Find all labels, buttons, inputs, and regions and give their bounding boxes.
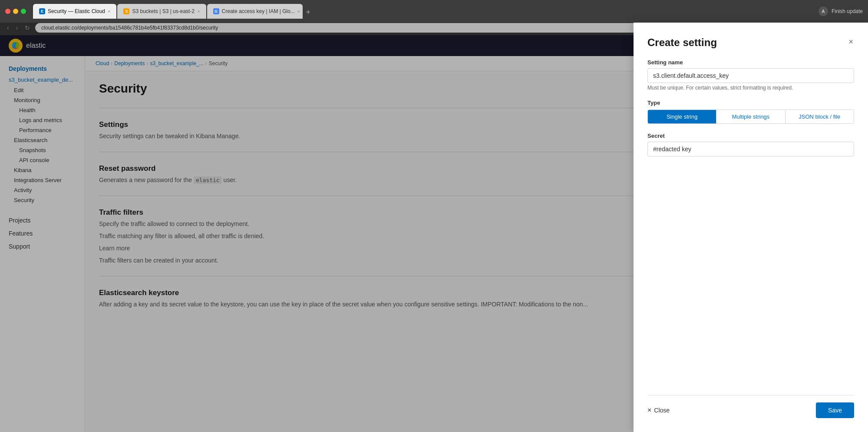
tab-label-3: Create access key | IAM | Glo... <box>222 8 295 14</box>
app-layout: elastic Deployments s3_bucket_example_de… <box>0 35 868 432</box>
browser-tab-2[interactable]: S S3 buckets | S3 | us-east-2 × <box>117 4 206 19</box>
tab-favicon-3: G <box>213 8 219 14</box>
browser-avatar[interactable]: A <box>818 7 828 16</box>
browser-tab-3[interactable]: G Create access key | IAM | Glo... × <box>207 4 303 19</box>
setting-name-label: Setting name <box>647 59 854 66</box>
setting-name-input[interactable] <box>647 68 854 83</box>
tab-close-2[interactable]: × <box>197 9 200 14</box>
secret-input[interactable] <box>647 142 854 156</box>
browser-tabs: E Security — Elastic Cloud × S S3 bucket… <box>33 4 815 19</box>
close-label: Close <box>654 407 670 414</box>
panel-footer: × Close Save <box>647 395 854 418</box>
type-section: Type Single string Multiple strings JSON… <box>647 100 854 124</box>
tab-favicon-2: S <box>123 8 129 14</box>
tab-close-3[interactable]: × <box>297 9 300 14</box>
fullscreen-traffic-light[interactable] <box>21 9 26 14</box>
type-buttons: Single string Multiple strings JSON bloc… <box>647 110 854 124</box>
close-traffic-light[interactable] <box>5 9 10 14</box>
app-body: Deployments s3_bucket_example_de... Edit… <box>0 56 868 432</box>
create-setting-panel: Create setting × Setting name Must be un… <box>634 56 868 432</box>
minimize-traffic-light[interactable] <box>13 9 18 14</box>
panel-close-button[interactable]: × Close <box>647 406 670 414</box>
type-json-block-button[interactable]: JSON block / file <box>785 110 854 123</box>
tab-label-2: S3 buckets | S3 | us-east-2 <box>132 8 195 14</box>
type-multiple-strings-button[interactable]: Multiple strings <box>716 110 785 123</box>
panel-body: Setting name Must be unique. For certain… <box>647 59 854 395</box>
type-label: Type <box>647 100 854 106</box>
close-x-icon: × <box>647 406 651 414</box>
tab-close-1[interactable]: × <box>108 9 110 14</box>
panel-save-button[interactable]: Save <box>816 402 854 418</box>
browser-tab-1[interactable]: E Security — Elastic Cloud × <box>33 4 116 19</box>
browser-chrome: E Security — Elastic Cloud × S S3 bucket… <box>0 0 868 23</box>
setting-name-hint: Must be unique. For certain values, stri… <box>647 85 854 91</box>
secret-label: Secret <box>647 133 854 139</box>
new-tab-button[interactable]: + <box>304 6 314 19</box>
type-single-string-button[interactable]: Single string <box>648 110 716 123</box>
tab-label-1: Security — Elastic Cloud <box>48 8 105 14</box>
tab-favicon-1: E <box>39 8 45 14</box>
browser-traffic-lights <box>5 9 26 14</box>
finish-update-button[interactable]: Finish update <box>832 8 863 14</box>
